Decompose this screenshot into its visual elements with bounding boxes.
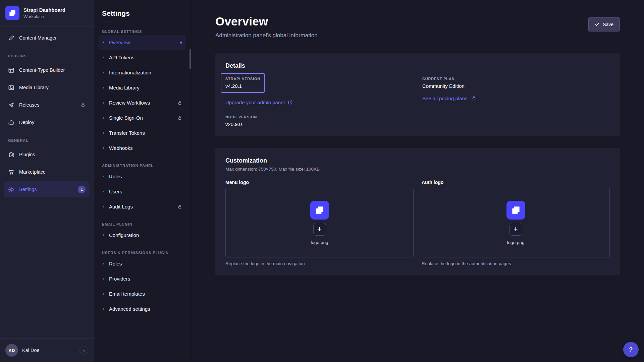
strapi-version-value: v4.20.1 <box>225 83 260 89</box>
settings-nav-roles[interactable]: Roles <box>99 169 186 184</box>
settings-section-title: EMAIL PLUGIN <box>102 222 183 226</box>
avatar[interactable]: KD <box>5 344 18 357</box>
sidebar-item-plugins[interactable]: Plugins <box>4 146 90 163</box>
settings-nav-media-library[interactable]: Media Library <box>99 80 186 95</box>
auth-logo-add-button[interactable]: + <box>509 223 522 236</box>
settings-nav-label: API Tokens <box>109 55 135 60</box>
settings-section: GLOBAL SETTINGSOverviewAPI TokensInterna… <box>99 29 186 156</box>
pricing-plans-link[interactable]: See all pricing plans <box>422 96 475 101</box>
lock-icon <box>177 116 182 120</box>
bullet-icon <box>103 278 104 280</box>
settings-nav-configuration[interactable]: Configuration <box>99 228 186 243</box>
bullet-icon <box>103 57 104 58</box>
bullet-icon <box>103 293 104 295</box>
menu-logo-hint: Replace the logo in the main navigation <box>225 261 414 266</box>
settings-nav-internationalization[interactable]: Internationalization <box>99 65 186 80</box>
workspace-brand[interactable]: Strapi Dashboard Workplace <box>0 0 94 26</box>
strapi-version-label: STRAPI VERSION <box>225 77 260 81</box>
settings-nav-transfer-tokens[interactable]: Transfer Tokens <box>99 125 186 140</box>
settings-section-title: ADMINISTRATION PANEL <box>102 164 183 168</box>
bullet-icon <box>103 102 104 104</box>
details-card: Details STRAPI VERSION v4.20.1 Upgrade y… <box>215 53 620 136</box>
sidebar-item-label: Content Manager <box>19 35 57 41</box>
settings-nav-users[interactable]: Users <box>99 184 186 199</box>
sidebar-item-content-type-builder[interactable]: Content-Type Builder <box>4 62 90 78</box>
settings-nav-label: Providers <box>109 276 130 282</box>
bullet-icon <box>103 87 104 88</box>
page-title: Overview <box>215 15 318 28</box>
sidebar-item-label: Content-Type Builder <box>19 67 65 73</box>
strapi-logo-icon <box>8 9 17 17</box>
page-header: Overview Administration panel's global i… <box>215 0 620 39</box>
settings-nav-webhooks[interactable]: Webhooks <box>99 140 186 156</box>
sidebar-item-label: Marketplace <box>19 169 46 175</box>
menu-logo-add-button[interactable]: + <box>313 223 326 236</box>
help-button[interactable]: ? <box>623 342 639 357</box>
customization-card: Customization Max dimension: 750×750, Ma… <box>215 148 620 276</box>
settings-nav-label: Roles <box>109 261 122 266</box>
sidebar-item-releases[interactable]: Releases <box>4 97 90 113</box>
lock-icon <box>177 101 182 105</box>
auth-logo-preview <box>506 201 525 220</box>
upgrade-admin-panel-link[interactable]: Upgrade your admin panel <box>225 100 293 105</box>
settings-nav-review-workflows[interactable]: Review Workflows <box>99 95 186 110</box>
puzzle-icon <box>8 152 14 158</box>
customization-title: Customization <box>225 157 610 164</box>
settings-section-title: USERS & PERMISSIONS PLUGIN <box>102 251 183 255</box>
save-button[interactable]: Save <box>588 17 620 32</box>
auth-logo-hint: Replace the logo in the authentication p… <box>422 261 610 266</box>
user-row: KD Kai Doe ‹ <box>0 338 94 362</box>
settings-nav-roles[interactable]: Roles <box>99 256 186 271</box>
strapi-logo-icon <box>314 205 325 216</box>
save-button-label: Save <box>603 22 613 27</box>
gear-icon <box>8 186 14 193</box>
sidebar-item-deploy[interactable]: Deploy <box>4 114 90 130</box>
menu-logo-upload-box[interactable]: + logo.png <box>225 188 414 257</box>
paper-plane-icon <box>8 102 14 108</box>
lock-icon <box>80 103 86 108</box>
details-left-column: STRAPI VERSION v4.20.1 Upgrade your admi… <box>225 77 413 127</box>
sidebar-item-marketplace[interactable]: Marketplace <box>4 164 90 180</box>
sidebar-item-media-library[interactable]: Media Library <box>4 79 90 96</box>
strapi-logo <box>5 6 19 20</box>
current-plan-field: CURRENT PLAN Community Edition <box>422 77 610 89</box>
pricing-link-label: See all pricing plans <box>422 96 467 101</box>
settings-nav-audit-logs[interactable]: Audit Logs <box>99 199 186 214</box>
settings-nav-label: Email templates <box>109 291 145 297</box>
main-content: Overview Administration panel's global i… <box>191 0 644 362</box>
sidebar-item-settings[interactable]: Settings1 <box>4 181 90 197</box>
auth-logo-upload-box[interactable]: + logo.png <box>422 188 610 257</box>
settings-nav-advanced-settings[interactable]: Advanced settings <box>99 301 186 316</box>
page-subtitle: Administration panel's global informatio… <box>215 32 318 39</box>
bullet-icon <box>103 132 104 134</box>
sidebar-item-label: Plugins <box>19 152 35 157</box>
details-title: Details <box>225 62 610 69</box>
settings-section: EMAIL PLUGINConfiguration <box>99 222 186 243</box>
sidebar-item-label: Deploy <box>19 120 34 125</box>
main-sidebar: Strapi Dashboard Workplace Content Manag… <box>0 0 94 362</box>
details-right-column: CURRENT PLAN Community Edition See all p… <box>422 77 610 127</box>
subnav-scrollbar-thumb[interactable] <box>190 49 191 69</box>
settings-nav-api-tokens[interactable]: API Tokens <box>99 50 186 65</box>
settings-nav-email-templates[interactable]: Email templates <box>99 286 186 301</box>
sidebar-item-content-manager[interactable]: Content Manager <box>4 30 90 46</box>
settings-nav-label: Audit Logs <box>109 204 133 209</box>
bullet-icon <box>103 176 104 177</box>
settings-nav-providers[interactable]: Providers <box>99 271 186 286</box>
node-version-field: NODE VERSION v20.9.0 <box>225 115 413 127</box>
node-version-label: NODE VERSION <box>225 115 413 119</box>
settings-nav-label: Webhooks <box>109 145 133 151</box>
settings-nav-label: Review Workflows <box>109 100 150 106</box>
cart-icon <box>8 169 14 175</box>
settings-nav-single-sign-on[interactable]: Single Sign-On <box>99 110 186 125</box>
strapi-version-field: STRAPI VERSION v4.20.1 <box>221 73 265 93</box>
nav-section-title: GENERAL <box>8 138 86 142</box>
settings-nav-overview[interactable]: Overview <box>99 35 186 50</box>
menu-logo-label: Menu logo <box>225 180 414 185</box>
bullet-icon <box>103 234 104 236</box>
settings-nav-label: Overview <box>109 40 130 45</box>
bullet-icon <box>103 72 104 73</box>
menu-logo-filename: logo.png <box>311 240 328 245</box>
lock-icon <box>177 204 182 209</box>
collapse-sidebar-button[interactable]: ‹ <box>79 346 88 355</box>
